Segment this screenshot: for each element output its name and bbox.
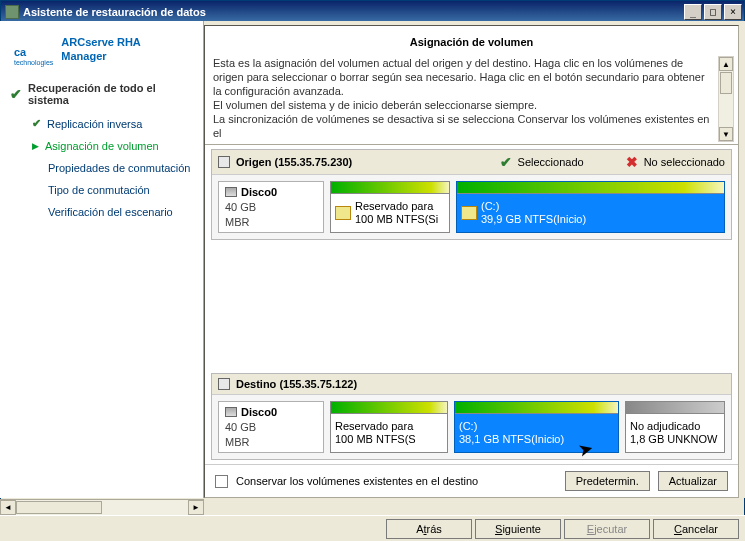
volume-icon [335, 206, 351, 220]
run-button[interactable]: Ejecutar [564, 519, 650, 539]
logo-row: ca technologies ARCserve RHA Manager [0, 21, 203, 72]
volume-icon [461, 206, 477, 220]
description-box: Esta es la asignación del volumen actual… [205, 56, 738, 144]
step-replication[interactable]: Replicación inversa [30, 112, 203, 135]
ca-logo: ca technologies [14, 31, 53, 66]
source-label: Origen (155.35.75.230) [236, 156, 352, 168]
preserve-volumes-label: Conservar los volúmenes existentes en el… [236, 475, 478, 487]
dest-volume-reserved[interactable]: Reservado para100 MB NTFS(S [330, 401, 448, 453]
step-switchover-type[interactable]: Tipo de conmutación [30, 179, 203, 201]
source-server-icon [218, 156, 230, 168]
close-button[interactable]: × [724, 4, 742, 20]
scroll-thumb-h[interactable] [16, 501, 102, 514]
step-list: Replicación inversa Asignación de volume… [0, 112, 203, 223]
app-icon [5, 5, 19, 19]
dest-disk-row: Disco0 40 GB MBR Reservado para100 MB NT… [212, 395, 731, 459]
back-button[interactable]: Atrás [386, 519, 472, 539]
page-title: Asignación de volumen [205, 26, 738, 56]
dest-volume-unallocated[interactable]: No adjudicado1,8 GB UNKNOW [625, 401, 725, 453]
next-button[interactable]: Siguiente [475, 519, 561, 539]
scroll-left-arrow[interactable]: ◄ [0, 500, 16, 515]
cancel-button[interactable]: Cancelar [653, 519, 739, 539]
legend-selected-label: Seleccionado [518, 156, 584, 168]
scroll-thumb[interactable] [720, 72, 732, 94]
preserve-volumes-checkbox[interactable] [215, 475, 228, 488]
destination-group: Destino (155.35.75.122) Disco0 40 GB MBR… [211, 373, 732, 460]
panel-footer: Conservar los volúmenes existentes en el… [205, 464, 738, 497]
checkmark-icon: ✔ [500, 154, 512, 170]
minimize-button[interactable]: _ [684, 4, 702, 20]
step-volume-assignment[interactable]: Asignación de volumen [30, 135, 203, 157]
source-disk-info[interactable]: Disco0 40 GB MBR [218, 181, 324, 233]
sidebar: ca technologies ARCserve RHA Manager ✔ R… [0, 21, 204, 498]
scroll-right-arrow[interactable]: ► [188, 500, 204, 515]
scroll-down-arrow[interactable]: ▼ [719, 127, 733, 141]
disk-icon [225, 187, 237, 197]
description-scrollbar[interactable]: ▲ ▼ [718, 56, 734, 142]
window-title: Asistente de restauración de datos [23, 6, 682, 18]
titlebar[interactable]: Asistente de restauración de datos _ □ × [1, 1, 744, 22]
disk-icon [225, 407, 237, 417]
legend: ✔ Seleccionado ✖ No seleccionado [500, 154, 725, 170]
source-group: Origen (155.35.75.230) ✔ Seleccionado ✖ … [211, 149, 732, 240]
sidebar-scrollbar[interactable]: ◄ ► [0, 499, 204, 515]
dest-label: Destino (155.35.75.122) [236, 378, 357, 390]
wizard-section-title: ✔ Recuperación de todo el sistema [0, 72, 203, 112]
update-button[interactable]: Actualizar [658, 471, 728, 491]
checkmark-icon: ✔ [10, 86, 22, 102]
step-scenario-verify[interactable]: Verificación del escenario [30, 201, 203, 223]
wizard-buttons: Atrás Siguiente Ejecutar Cancelar [0, 515, 745, 541]
description-text: Esta es la asignación del volumen actual… [213, 56, 730, 140]
dest-disk-info[interactable]: Disco0 40 GB MBR [218, 401, 324, 453]
scroll-up-arrow[interactable]: ▲ [719, 57, 733, 71]
content-panel: Asignación de volumen Esta es la asignac… [204, 25, 739, 498]
product-name: ARCserve RHA Manager [61, 35, 140, 63]
x-icon: ✖ [626, 154, 638, 170]
source-volume-c[interactable]: (C:)39,9 GB NTFS(Inicio) [456, 181, 725, 233]
source-disk-row: Disco0 40 GB MBR Reservado para100 MB NT… [212, 175, 731, 239]
maximize-button[interactable]: □ [704, 4, 722, 20]
legend-unselected-label: No seleccionado [644, 156, 725, 168]
step-switchover-props[interactable]: Propiedades de conmutación [30, 157, 203, 179]
dest-volume-c[interactable]: (C:)38,1 GB NTFS(Inicio) [454, 401, 619, 453]
dest-server-icon [218, 378, 230, 390]
source-volume-reserved[interactable]: Reservado para100 MB NTFS(Si [330, 181, 450, 233]
default-button[interactable]: Predetermin. [565, 471, 650, 491]
